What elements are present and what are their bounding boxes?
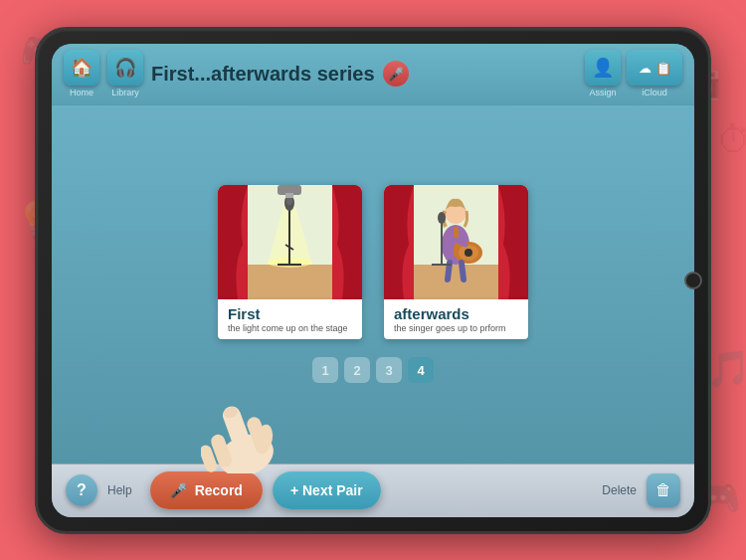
scene1-description: the light come up on the stage <box>228 323 352 333</box>
library-button[interactable]: 🎧 Library <box>107 50 143 97</box>
scene2-description: the singer goes up to prform <box>394 323 518 333</box>
svg-line-26 <box>462 263 464 280</box>
toolbar-right: 👤 Assign ☁📋 iCloud <box>585 50 682 97</box>
home-button[interactable]: 🏠 Home <box>64 50 99 97</box>
next-pair-button[interactable]: + Next Pair <box>273 471 381 509</box>
icloud-label: iCloud <box>642 88 667 97</box>
top-toolbar: 🏠 Home 🎧 Library First...afterwards seri… <box>52 44 694 105</box>
record-mic-icon: 🎤 <box>170 482 187 498</box>
page-3[interactable]: 3 <box>376 357 402 383</box>
scene2-word: afterwards <box>394 305 518 322</box>
record-label: Record <box>195 482 243 498</box>
record-button[interactable]: 🎤 Record <box>150 471 263 509</box>
title-text: First...afterwards series <box>151 63 375 86</box>
help-button[interactable]: ? <box>66 474 97 506</box>
icloud-button[interactable]: ☁📋 iCloud <box>627 50 682 97</box>
assign-icon: 👤 <box>585 50 621 86</box>
scene1-label: First the light come up on the stage <box>218 299 362 339</box>
scene2-card: afterwards the singer goes up to prform <box>384 185 528 339</box>
trash-icon: 🗑 <box>655 481 671 499</box>
ipad-frame: 🏠 Home 🎧 Library First...afterwards seri… <box>35 27 711 534</box>
home-label: Home <box>70 88 93 97</box>
mic-badge: 🎤 <box>383 61 409 87</box>
ipad-home-button[interactable] <box>684 272 702 289</box>
scene2-image <box>384 185 528 299</box>
assign-button[interactable]: 👤 Assign <box>585 50 621 97</box>
bottom-toolbar: ? Help 🎤 Record + Next Pair Delete 🗑 <box>52 464 694 517</box>
svg-point-29 <box>438 212 446 224</box>
scene1-image <box>218 185 362 299</box>
scene2-label: afterwards the singer goes up to prform <box>384 299 528 339</box>
pagination: 1 2 3 4 <box>312 357 434 383</box>
app-title: First...afterwards series 🎤 <box>151 61 577 87</box>
ipad-screen: 🏠 Home 🎧 Library First...afterwards seri… <box>52 44 694 517</box>
icloud-icon: ☁📋 <box>627 50 682 86</box>
scene1-card: First the light come up on the stage <box>218 185 362 339</box>
svg-point-21 <box>465 249 472 257</box>
page-2[interactable]: 2 <box>344 357 370 383</box>
main-content: First the light come up on the stage <box>52 105 694 464</box>
page-4[interactable]: 4 <box>408 357 434 383</box>
assign-label: Assign <box>589 88 616 97</box>
delete-label: Delete <box>602 483 637 497</box>
delete-button[interactable]: 🗑 <box>647 473 680 507</box>
library-icon: 🎧 <box>107 50 143 86</box>
page-1[interactable]: 1 <box>312 357 338 383</box>
help-label: Help <box>107 483 132 497</box>
scene-cards-container: First the light come up on the stage <box>218 185 528 339</box>
library-label: Library <box>111 88 139 97</box>
svg-rect-12 <box>285 193 293 198</box>
next-pair-label: + Next Pair <box>290 482 363 498</box>
home-icon: 🏠 <box>64 50 99 86</box>
scene1-word: First <box>228 305 352 322</box>
